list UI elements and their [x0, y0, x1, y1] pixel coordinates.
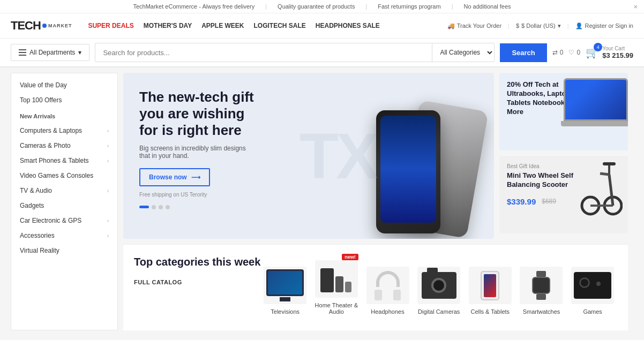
category-televisions[interactable]: Televisions	[260, 262, 310, 320]
currency-selector[interactable]: $ $ Dollar (US) ▾	[516, 22, 561, 29]
compare-button[interactable]: ⇄ 0	[552, 49, 564, 56]
sidebar-item-smartphones[interactable]: Smart Phones & Tablets ›	[11, 153, 117, 168]
hero-text: The new-tech gift you are wishing for is…	[139, 89, 257, 209]
chevron-down-icon: ▾	[558, 22, 561, 29]
side-banner-scooter[interactable]: Best Gift Idea Mini Two Wheel Self Balan…	[499, 156, 628, 233]
logo[interactable]: TECH MARKET	[11, 19, 72, 33]
hero-dot-4[interactable]	[166, 205, 170, 209]
sidebar-item-accessories[interactable]: Accessories ›	[11, 228, 117, 243]
sidebar-item-cameras[interactable]: Cameras & Photo ›	[11, 138, 117, 153]
category-headphones[interactable]: Headphones	[363, 262, 413, 320]
full-catalog-link[interactable]: FULL CATALOG	[134, 279, 260, 285]
user-icon: 👤	[575, 22, 583, 29]
cart-area[interactable]: 🛒 4 Your Cart $3 215.99	[586, 46, 633, 59]
compare-icon: ⇄	[552, 49, 558, 56]
phone-screen	[380, 116, 436, 223]
heart-icon: ♡	[568, 49, 574, 56]
categories-grid: Televisions Home Theater & Audio	[260, 255, 617, 320]
phone-front	[376, 110, 440, 233]
side-banners: 20% Off Tech at Ultrabooks, Laptops, Tab…	[499, 73, 628, 239]
camera-image	[417, 267, 460, 304]
side-banner-2-old-price: $689	[542, 198, 556, 205]
nav-item-logitech-sale[interactable]: LOGITECH SALE	[254, 22, 306, 29]
nav-item-apple-week[interactable]: APPLE WEEK	[201, 22, 244, 29]
category-cameras[interactable]: Digital Cameras	[414, 262, 463, 320]
search-bar: All Departments ▾ All Categories Search …	[0, 39, 644, 67]
watch-image	[520, 267, 563, 304]
category-theater-label: Home Theater & Audio	[314, 302, 358, 315]
category-cameras-label: Digital Cameras	[418, 308, 460, 315]
content-area: The new-tech gift you are wishing for is…	[118, 73, 633, 330]
hero-section: The new-tech gift you are wishing for is…	[123, 73, 628, 239]
category-select[interactable]: All Categories	[432, 43, 494, 62]
dollar-icon: $	[516, 22, 519, 29]
nav-item-super-deals[interactable]: SUPER DEALS	[88, 22, 133, 29]
scooter-image	[574, 158, 628, 217]
search-form: All Categories	[95, 43, 495, 62]
cart-badge: 4	[594, 43, 602, 51]
sidebar-item-top100[interactable]: Top 100 Offers	[11, 93, 117, 108]
phone-tablet-image	[469, 267, 512, 304]
nav-item-headphones-sale[interactable]: HEADPHONES SALE	[316, 22, 380, 29]
side-banner-2-price: $339.99	[507, 197, 536, 206]
track-order[interactable]: 🚚 Track Your Order	[447, 22, 501, 29]
sidebar-item-value-day[interactable]: Value of the Day	[11, 78, 117, 93]
side-banner-tech[interactable]: 20% Off Tech at Ultrabooks, Laptops, Tab…	[499, 73, 628, 150]
search-input[interactable]	[95, 44, 432, 62]
category-games[interactable]: Games	[568, 262, 617, 320]
topbar-item-4: No additional fees	[464, 3, 511, 10]
cart-info: Your Cart $3 215.99	[602, 46, 633, 59]
cart-icon-wrap: 🛒 4	[586, 46, 599, 59]
wishlist-button[interactable]: ♡ 0	[568, 49, 580, 56]
headphone-image	[366, 267, 409, 304]
sidebar-item-new-arrivals[interactable]: New Arrivals	[11, 108, 117, 123]
logo-market: MARKET	[48, 23, 72, 28]
sidebar-item-vr[interactable]: Virtual Reality	[11, 243, 117, 258]
browse-now-button[interactable]: Browse now ⟶	[139, 168, 210, 186]
hero-title: The new-tech gift you are wishing for is…	[139, 89, 257, 139]
hero-free-shipping: Free shipping on US Terority	[139, 192, 257, 198]
sidebar-item-tv-audio[interactable]: TV & Audio ›	[11, 183, 117, 198]
close-icon[interactable]: ×	[633, 3, 638, 11]
laptop-image	[558, 78, 628, 137]
all-departments-button[interactable]: All Departments ▾	[11, 44, 89, 61]
header: TECH MARKET SUPER DEALS MOTHER'S DAY APP…	[0, 13, 644, 39]
categories-title: Top categories this week	[134, 255, 260, 268]
hero-dot-active[interactable]	[139, 206, 149, 208]
bottom-section: Top categories this week FULL CATALOG Te…	[123, 244, 628, 330]
logo-tech: TECH	[11, 19, 41, 33]
topbar-item-3: Fast returnings program	[378, 3, 440, 10]
header-right: 🚚 Track Your Order | $ $ Dollar (US) ▾ |…	[447, 22, 633, 29]
chevron-down-icon: ▾	[78, 49, 81, 56]
category-smartwatches[interactable]: Smartwatches	[517, 262, 566, 320]
side-banner-2-title: Mini Two Wheel Self Balancing Scooter	[507, 171, 576, 190]
sidebar: Value of the Day Top 100 Offers New Arri…	[11, 73, 118, 330]
categories-label: Top categories this week FULL CATALOG	[134, 255, 260, 320]
sidebar-item-computers[interactable]: Computers & Laptops ›	[11, 123, 117, 138]
main-layout: Value of the Day Top 100 Offers New Arri…	[0, 67, 644, 336]
chevron-right-icon: ›	[107, 143, 109, 149]
category-headphones-label: Headphones	[371, 308, 404, 315]
hero-dot-2[interactable]	[152, 205, 156, 209]
register-signin[interactable]: 👤 Register or Sign in	[575, 22, 634, 29]
tv-image	[264, 267, 306, 304]
chevron-right-icon: ›	[107, 128, 109, 134]
hero-dots	[139, 205, 257, 209]
hero-phones	[339, 78, 483, 239]
sidebar-item-gadgets[interactable]: Gadgets	[11, 198, 117, 213]
category-home-theater[interactable]: Home Theater & Audio	[312, 255, 361, 320]
category-phones-label: Cells & Tablets	[471, 308, 510, 315]
topbar-item-2: Quality guarantee of products	[278, 3, 355, 10]
hero-subtitle: Big screens in incredibly slim designs t…	[139, 145, 257, 160]
arrow-right-icon: ⟶	[191, 173, 200, 181]
sidebar-item-car-electronics[interactable]: Car Electronic & GPS ›	[11, 213, 117, 228]
sidebar-item-videogames[interactable]: Video Games & Consoles	[11, 168, 117, 183]
category-tv-label: Televisions	[271, 308, 299, 315]
search-button[interactable]: Search	[500, 43, 546, 62]
category-phones[interactable]: Cells & Tablets	[466, 262, 515, 320]
hero-dot-3[interactable]	[159, 205, 163, 209]
speaker-image	[315, 260, 358, 298]
chevron-right-icon: ›	[107, 218, 109, 224]
topbar-item-1: TechMarket eCommerce - Always free deliv…	[133, 3, 254, 10]
nav-item-mothers-day[interactable]: MOTHER'S DAY	[144, 22, 192, 29]
